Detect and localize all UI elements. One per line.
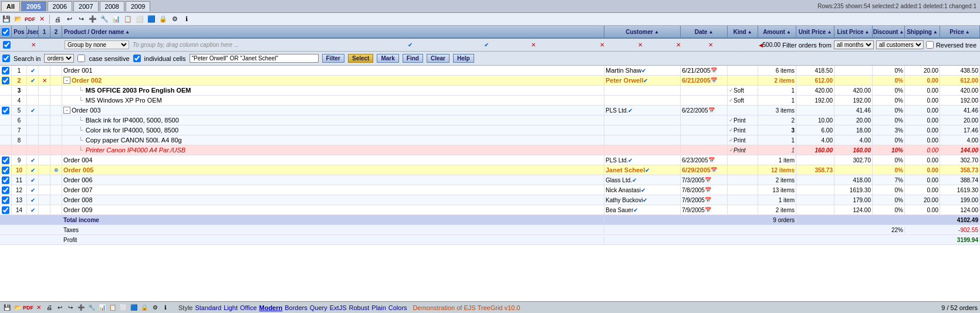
- row-check[interactable]: [2, 166, 9, 174]
- filter-x-icon[interactable]: ✕: [29, 41, 38, 49]
- calendar-icon[interactable]: 📅: [708, 107, 715, 113]
- check-all[interactable]: [2, 28, 9, 36]
- style-office[interactable]: Office: [240, 304, 257, 311]
- open-icon[interactable]: 📂: [13, 14, 23, 25]
- tab-2007[interactable]: 2007: [73, 1, 98, 11]
- row-check[interactable]: [2, 206, 9, 214]
- status-color-icon[interactable]: 🟦: [129, 303, 138, 312]
- style-query[interactable]: Query: [310, 304, 327, 311]
- tab-2008[interactable]: 2008: [100, 1, 124, 11]
- status-gear-icon[interactable]: ⚙: [150, 303, 160, 312]
- lock-icon[interactable]: 🔒: [158, 14, 168, 25]
- pdf-icon[interactable]: PDF: [25, 14, 35, 25]
- row-check[interactable]: [2, 176, 9, 184]
- search-input[interactable]: "Peter Orwell" OR "Janet Scheel": [190, 54, 319, 63]
- info-icon[interactable]: ℹ: [181, 14, 192, 25]
- chart-icon[interactable]: 📊: [111, 14, 121, 25]
- style-standard[interactable]: Standard: [195, 304, 221, 311]
- header-price[interactable]: Price ▲: [940, 26, 980, 38]
- add-icon[interactable]: ➕: [87, 14, 98, 25]
- gear-icon[interactable]: ⚙: [170, 14, 180, 25]
- style-colors[interactable]: Colors: [388, 304, 407, 311]
- status-x-icon[interactable]: ✕: [34, 303, 43, 312]
- row-check[interactable]: [2, 77, 9, 84]
- header-pos[interactable]: Pos: [12, 26, 27, 38]
- tab-2005[interactable]: 2005: [21, 1, 46, 11]
- header-unit[interactable]: Unit Price ▲: [796, 26, 834, 38]
- color-icon[interactable]: 🟦: [146, 14, 157, 25]
- clear-button[interactable]: Clear: [427, 54, 450, 63]
- calendar-icon[interactable]: 📅: [711, 167, 717, 173]
- redo-icon[interactable]: ↪: [76, 14, 86, 25]
- search-enable-check[interactable]: [2, 55, 10, 62]
- status-copy-icon[interactable]: 📋: [108, 303, 117, 312]
- header-discount[interactable]: Discount ▲: [873, 26, 905, 38]
- style-plain[interactable]: Plain: [371, 304, 386, 311]
- header-num1[interactable]: 1: [39, 26, 50, 38]
- filter-from-select[interactable]: all months: [834, 40, 874, 49]
- header-kind[interactable]: Kind ▲: [728, 26, 758, 38]
- reversed-tree-check[interactable]: [926, 41, 934, 49]
- expand-btn[interactable]: -: [63, 77, 70, 84]
- status-grid-icon[interactable]: ⬜: [119, 303, 128, 312]
- status-chart-icon[interactable]: 📊: [97, 303, 107, 312]
- style-extjs[interactable]: ExtJS: [330, 304, 347, 311]
- row-check[interactable]: [2, 67, 9, 74]
- save-icon[interactable]: 💾: [1, 14, 12, 25]
- select-button[interactable]: Select: [348, 54, 373, 63]
- header-shipping[interactable]: Shipping ▲: [905, 26, 940, 38]
- status-add-icon[interactable]: ➕: [76, 303, 86, 312]
- status-save-icon[interactable]: 💾: [2, 303, 12, 312]
- tab-2009[interactable]: 2009: [126, 1, 150, 11]
- delete-icon[interactable]: ✕: [36, 14, 47, 25]
- search-field-select[interactable]: orders: [44, 54, 74, 63]
- case-sensitive-check[interactable]: [77, 55, 85, 62]
- style-borders[interactable]: Borders: [285, 304, 307, 311]
- header-amount[interactable]: Amount ▲: [758, 26, 796, 38]
- calendar-icon[interactable]: 📅: [711, 67, 717, 73]
- individual-cells-check[interactable]: [133, 55, 141, 62]
- row-check[interactable]: [2, 196, 9, 204]
- header-check[interactable]: [0, 26, 12, 38]
- status-pdf-icon[interactable]: PDF: [23, 303, 33, 312]
- filter-button[interactable]: Filter: [322, 54, 344, 63]
- status-print-icon[interactable]: 🖨: [45, 303, 54, 312]
- mark-button[interactable]: Mark: [377, 54, 398, 63]
- status-redo-icon[interactable]: ↪: [66, 303, 75, 312]
- row-check[interactable]: [2, 186, 9, 194]
- expand-btn[interactable]: -: [63, 107, 70, 114]
- calendar-icon[interactable]: 📅: [705, 177, 711, 183]
- calendar-icon[interactable]: 📅: [705, 197, 711, 203]
- copy-icon[interactable]: 📋: [123, 14, 133, 25]
- header-num2[interactable]: 2: [50, 26, 62, 38]
- status-undo-icon[interactable]: ↩: [55, 303, 65, 312]
- grid-icon[interactable]: ⬜: [134, 14, 145, 25]
- status-lock-icon[interactable]: 🔒: [140, 303, 149, 312]
- tab-all[interactable]: All: [1, 1, 20, 11]
- style-light[interactable]: Light: [224, 304, 238, 311]
- tab-2006[interactable]: 2006: [48, 1, 72, 11]
- calendar-icon[interactable]: 📅: [711, 77, 717, 83]
- calendar-icon[interactable]: 📅: [705, 187, 711, 193]
- help-button[interactable]: Help: [453, 54, 474, 63]
- status-open-icon[interactable]: 📂: [13, 303, 22, 312]
- find-button[interactable]: Find: [403, 54, 423, 63]
- header-date[interactable]: Date ▲: [681, 26, 728, 38]
- filter-customers-select[interactable]: all customers: [876, 40, 924, 49]
- print-icon[interactable]: 🖨: [52, 14, 63, 25]
- calendar-icon[interactable]: 📅: [705, 207, 711, 213]
- filter-all-check[interactable]: [3, 41, 11, 49]
- header-list[interactable]: List Price ▲: [834, 26, 873, 38]
- row-check[interactable]: [2, 107, 9, 114]
- header-customer[interactable]: Customer ▲: [604, 26, 681, 38]
- status-settings-icon[interactable]: 🔧: [87, 303, 96, 312]
- settings-icon[interactable]: 🔧: [99, 14, 110, 25]
- header-name[interactable]: Product / Order name ▲: [62, 26, 604, 38]
- header-used[interactable]: Used: [27, 26, 39, 38]
- style-modern[interactable]: Modern: [259, 304, 283, 311]
- status-info-icon[interactable]: ℹ: [161, 303, 170, 312]
- groupby-select[interactable]: Group by none: [65, 40, 129, 49]
- row-check[interactable]: [2, 156, 9, 164]
- calendar-icon[interactable]: 📅: [708, 157, 715, 163]
- undo-icon[interactable]: ↩: [64, 14, 75, 25]
